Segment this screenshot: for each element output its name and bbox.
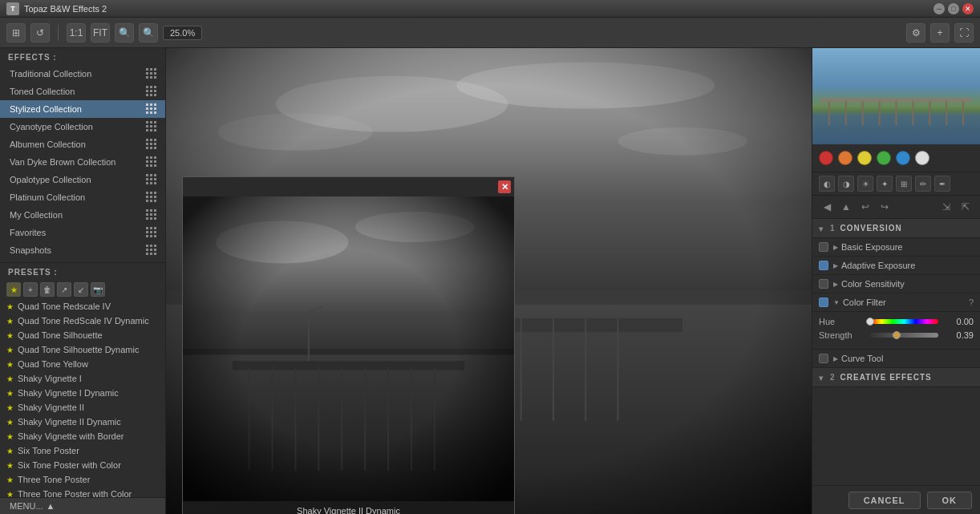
list-item[interactable]: ★ Six Tone Poster with Color xyxy=(0,458,165,472)
tool-sun-icon[interactable]: ☀ xyxy=(857,176,873,192)
list-item[interactable]: ★ Three Tone Poster with Color xyxy=(0,487,165,497)
color-dot-red[interactable] xyxy=(819,151,833,165)
color-filter-help-icon[interactable]: ? xyxy=(969,297,974,307)
ok-button[interactable]: OK xyxy=(927,492,973,509)
sidebar-item-opalotype-collection[interactable]: Opalotype Collection xyxy=(0,171,165,188)
color-filter-item[interactable]: ▼ Color Filter ? xyxy=(812,293,980,312)
sidebar-item-label: Favorites xyxy=(10,228,46,237)
sidebar-item-favorites[interactable]: Favorites xyxy=(0,224,165,241)
sidebar-item-stylized-collection[interactable]: Stylized Collection xyxy=(0,100,165,118)
hue-slider-thumb[interactable] xyxy=(866,318,874,326)
sidebar-item-label: Albumen Collection xyxy=(10,140,86,149)
list-item[interactable]: ★ Quad Tone Silhouette Dynamic xyxy=(0,342,165,357)
list-item[interactable]: ★ Quad Tone Yellow xyxy=(0,357,165,371)
star-icon: ★ xyxy=(6,389,14,398)
zoom-fit-button[interactable]: FIT xyxy=(91,23,110,42)
tool-highlight-icon[interactable]: ◑ xyxy=(838,176,854,192)
list-item[interactable]: ★ Six Tone Poster xyxy=(0,443,165,458)
tool-pen-icon[interactable]: ✒ xyxy=(934,176,950,192)
sidebar-item-platinum-collection[interactable]: Platinum Collection xyxy=(0,188,165,206)
preset-import-button[interactable]: ↙ xyxy=(74,282,88,297)
strength-slider-thumb[interactable] xyxy=(893,331,901,339)
popup-image-svg xyxy=(183,196,514,501)
nav-expand-icon[interactable]: ⇲ xyxy=(938,199,954,215)
star-icon: ★ xyxy=(6,331,14,340)
adaptive-exposure-checkbox[interactable] xyxy=(819,261,828,270)
sidebar-item-albumen-collection[interactable]: Albumen Collection xyxy=(0,136,165,153)
curve-tool-item[interactable]: ▶ Curve Tool xyxy=(812,350,980,368)
list-item[interactable]: ★ Quad Tone Silhouette xyxy=(0,328,165,342)
close-button[interactable]: ✕ xyxy=(962,3,974,14)
strength-row: Strength 0.39 xyxy=(819,330,974,340)
sidebar-item-my-collection[interactable]: My Collection xyxy=(0,206,165,224)
list-item[interactable]: ★ Quad Tone RedScale IV Dynamic xyxy=(0,314,165,328)
preset-delete-button[interactable]: 🗑 xyxy=(40,282,55,297)
nav-back-icon[interactable]: ◀ xyxy=(819,199,835,215)
list-item[interactable]: ★ Shaky Vignette II Dynamic xyxy=(0,415,165,429)
grid-icon xyxy=(146,156,157,168)
color-filter-dots xyxy=(812,144,980,172)
main-body: EFFECTS : Traditional Collection Toned C… xyxy=(0,48,980,514)
color-dot-yellow[interactable] xyxy=(857,151,872,165)
fullscreen-button[interactable]: ⛶ xyxy=(954,23,974,42)
strength-slider-track[interactable] xyxy=(870,333,938,338)
list-item[interactable]: ★ Shaky Vignette II xyxy=(0,400,165,415)
preset-label: Three Tone Poster with Color xyxy=(18,489,132,497)
sidebar-item-cyanotype-collection[interactable]: Cyanotype Collection xyxy=(0,118,165,136)
color-sensitivity-checkbox[interactable] xyxy=(819,279,828,289)
grid-view-button[interactable]: ⊞ xyxy=(6,23,26,42)
zoom-1-1-button[interactable]: 1:1 xyxy=(67,23,86,42)
list-item[interactable]: ★ Quad Tone Redscale IV xyxy=(0,299,165,314)
color-dot-blue[interactable] xyxy=(896,151,910,165)
zoom-out-button[interactable]: 🔍 xyxy=(139,23,158,42)
nav-collapse-icon[interactable]: ⇱ xyxy=(958,199,974,215)
refresh-button[interactable]: ↺ xyxy=(30,23,50,42)
hue-slider-track[interactable] xyxy=(870,319,938,324)
list-item[interactable]: ★ Three Tone Poster xyxy=(0,472,165,487)
adjustments-panel: ▾ 1 CONVERSION ▶ Basic Exposure ▶ xyxy=(812,219,980,485)
list-item[interactable]: ★ Shaky Vignette with Border xyxy=(0,429,165,443)
app-icon: T xyxy=(6,2,19,15)
tool-shadow-icon[interactable]: ◐ xyxy=(819,176,835,192)
adaptive-exposure-item[interactable]: ▶ Adaptive Exposure xyxy=(812,257,980,275)
sidebar-item-vandyke-collection[interactable]: Van Dyke Brown Collection xyxy=(0,153,165,171)
sidebar-item-label: My Collection xyxy=(10,210,63,220)
color-sensitivity-item[interactable]: ▶ Color Sensitivity xyxy=(812,275,980,293)
sidebar-item-label: Van Dyke Brown Collection xyxy=(10,157,115,167)
list-item[interactable]: ★ Shaky Vignette I Dynamic xyxy=(0,386,165,400)
popup-close-button[interactable]: ✕ xyxy=(498,180,511,193)
conversion-section-header[interactable]: ▾ 1 CONVERSION xyxy=(812,219,980,238)
settings-button[interactable]: ⚙ xyxy=(906,23,925,42)
nav-undo-icon[interactable]: ↩ xyxy=(857,199,873,215)
preset-add-button[interactable]: + xyxy=(23,282,38,297)
tool-star-icon[interactable]: ✦ xyxy=(877,176,893,192)
add-button[interactable]: + xyxy=(930,23,950,42)
sidebar-item-toned-collection[interactable]: Toned Collection xyxy=(0,83,165,100)
nav-up-icon[interactable]: ▲ xyxy=(838,199,854,215)
cancel-button[interactable]: CANCEL xyxy=(848,492,921,509)
preset-star-button[interactable]: ★ xyxy=(6,282,21,297)
nav-redo-icon[interactable]: ↪ xyxy=(877,199,893,215)
color-dot-green[interactable] xyxy=(877,151,891,165)
toolbar-separator-1 xyxy=(58,25,59,41)
color-dot-orange[interactable] xyxy=(838,151,852,165)
sidebar-item-snapshots[interactable]: Snapshots xyxy=(0,241,165,259)
color-filter-checkbox[interactable] xyxy=(819,297,828,307)
curve-tool-checkbox[interactable] xyxy=(819,354,828,363)
creative-effects-section-header[interactable]: ▾ 2 CREATIVE EFFECTS xyxy=(812,368,980,387)
zoom-in-button[interactable]: 🔍 xyxy=(115,23,134,42)
color-dot-white[interactable] xyxy=(915,151,929,165)
basic-exposure-item[interactable]: ▶ Basic Exposure xyxy=(812,238,980,257)
sidebar-item-traditional-collection[interactable]: Traditional Collection xyxy=(0,65,165,83)
tool-brush-icon[interactable]: ✏ xyxy=(915,176,931,192)
basic-exposure-checkbox[interactable] xyxy=(819,242,828,252)
tool-grid-icon[interactable]: ⊞ xyxy=(896,176,912,192)
star-icon: ★ xyxy=(6,302,14,311)
minimize-button[interactable]: ─ xyxy=(933,3,945,14)
list-item[interactable]: ★ Shaky Vignette I xyxy=(0,371,165,386)
preset-export-button[interactable]: ↗ xyxy=(57,282,71,297)
maximize-button[interactable]: □ xyxy=(948,3,959,14)
preset-camera-button[interactable]: 📷 xyxy=(91,282,105,297)
toolbar: ⊞ ↺ 1:1 FIT 🔍 🔍 25.0% ⚙ + ⛶ xyxy=(0,18,980,48)
menu-button[interactable]: MENU... ▲ xyxy=(0,497,165,514)
